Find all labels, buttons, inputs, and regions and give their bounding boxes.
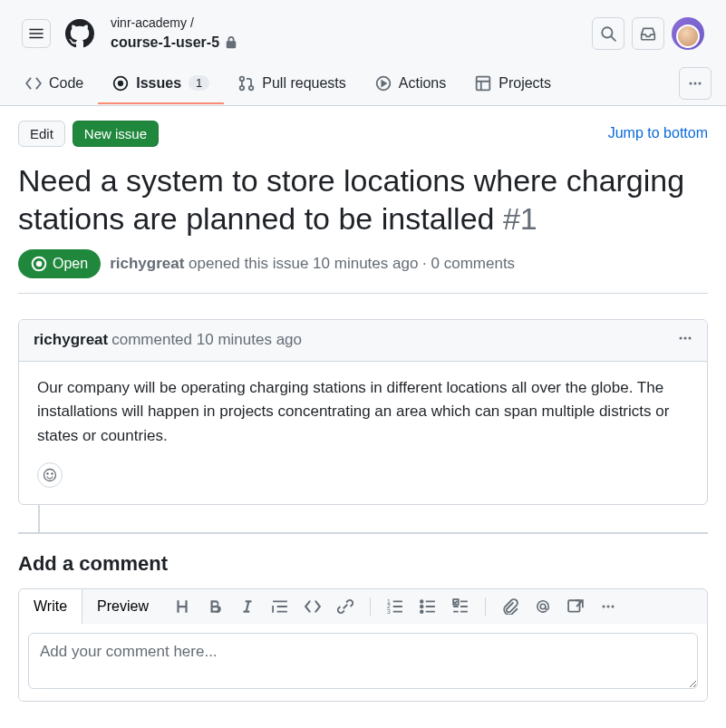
hamburger-menu-button[interactable] <box>22 19 51 48</box>
issue-opened-meta: opened this issue 10 minutes ago · 0 com… <box>189 255 515 272</box>
github-logo-icon[interactable] <box>65 19 94 48</box>
code-icon[interactable] <box>305 598 321 615</box>
crossref-icon[interactable] <box>567 598 584 615</box>
projects-icon <box>475 75 491 92</box>
status-badge: Open <box>18 249 101 278</box>
tab-code-label: Code <box>49 75 83 92</box>
svg-point-13 <box>680 336 682 339</box>
code-icon <box>25 75 42 92</box>
tab-pullrequests[interactable]: Pull requests <box>224 68 361 104</box>
svg-point-9 <box>694 82 697 84</box>
issue-title: Need a system to store locations where c… <box>18 161 708 238</box>
tab-projects-label: Projects <box>499 75 551 92</box>
mention-icon[interactable] <box>535 598 551 615</box>
svg-point-18 <box>52 473 53 474</box>
add-reaction-button[interactable] <box>37 462 63 488</box>
tab-pulls-label: Pull requests <box>262 75 346 92</box>
svg-point-4 <box>240 86 245 91</box>
pullrequest-icon <box>238 75 255 92</box>
svg-point-5 <box>249 86 254 91</box>
comment-editor: Write Preview 123 <box>18 588 708 702</box>
issue-meta: richygreat opened this issue 10 minutes … <box>110 255 515 273</box>
issue-icon <box>112 75 129 92</box>
user-avatar[interactable] <box>672 17 704 50</box>
svg-point-14 <box>684 336 687 339</box>
issue-open-icon <box>31 256 47 272</box>
svg-point-24 <box>421 610 423 613</box>
tab-issues[interactable]: Issues 1 <box>98 68 224 104</box>
tab-issues-label: Issues <box>136 75 181 92</box>
edit-button[interactable]: Edit <box>18 121 65 147</box>
svg-point-8 <box>690 82 692 84</box>
kebab-icon <box>678 331 692 345</box>
smiley-icon <box>43 468 57 482</box>
ordered-list-icon[interactable]: 123 <box>387 598 403 615</box>
issue-title-text: Need a system to store locations where c… <box>18 163 684 237</box>
tab-actions-label: Actions <box>399 75 446 92</box>
svg-point-12 <box>37 262 42 267</box>
timeline-line <box>38 505 40 532</box>
breadcrumb-repo[interactable]: course-1-user-5 <box>111 33 219 53</box>
comment-author[interactable]: richygreat <box>34 331 108 349</box>
comment-body: Our company will be operating charging s… <box>19 362 707 462</box>
issue-number: #1 <box>503 201 537 236</box>
new-issue-button[interactable]: New issue <box>73 121 159 147</box>
editor-tab-preview[interactable]: Preview <box>82 589 163 624</box>
heading-icon[interactable] <box>174 598 190 615</box>
jump-to-bottom-link[interactable]: Jump to bottom <box>608 125 708 141</box>
bold-icon[interactable] <box>207 598 223 615</box>
unordered-list-icon[interactable] <box>420 598 436 615</box>
inbox-button[interactable] <box>632 17 664 50</box>
breadcrumb: vinr-academy / course-1-user-5 <box>109 15 577 53</box>
more-tabs-button[interactable] <box>679 67 711 100</box>
svg-point-3 <box>240 77 245 82</box>
svg-point-15 <box>689 336 692 339</box>
comment-meta: commented 10 minutes ago <box>111 331 302 349</box>
breadcrumb-sep: / <box>190 15 194 30</box>
editor-toolbar: 123 <box>174 597 707 616</box>
quote-icon[interactable] <box>272 598 288 615</box>
inbox-icon <box>640 25 656 42</box>
app-header: vinr-academy / course-1-user-5 Code <box>0 0 726 106</box>
tab-projects[interactable]: Projects <box>460 68 566 104</box>
search-icon <box>600 25 616 42</box>
comment-menu-button[interactable] <box>678 331 692 350</box>
add-comment-heading: Add a comment <box>18 552 708 576</box>
svg-point-26 <box>540 604 546 609</box>
status-text: Open <box>53 256 88 272</box>
svg-rect-7 <box>477 77 490 91</box>
issue-author[interactable]: richygreat <box>110 255 184 272</box>
svg-point-23 <box>421 606 423 608</box>
search-button[interactable] <box>592 17 624 50</box>
actions-icon <box>375 75 392 92</box>
svg-point-2 <box>119 82 123 86</box>
kebab-icon <box>688 76 702 91</box>
link-icon[interactable] <box>337 598 353 615</box>
svg-point-30 <box>611 606 614 608</box>
svg-text:3: 3 <box>387 608 391 615</box>
tab-code[interactable]: Code <box>11 68 98 104</box>
attach-icon[interactable] <box>502 598 518 615</box>
svg-point-22 <box>421 600 423 603</box>
svg-point-28 <box>602 606 605 608</box>
italic-icon[interactable] <box>239 598 256 615</box>
svg-point-10 <box>699 82 702 84</box>
svg-point-16 <box>44 470 56 481</box>
hamburger-icon <box>29 26 44 41</box>
lock-icon <box>225 36 237 49</box>
svg-point-29 <box>606 606 609 608</box>
tab-actions[interactable]: Actions <box>361 68 460 104</box>
more-toolbar-icon[interactable] <box>600 598 616 615</box>
task-list-icon[interactable] <box>452 598 469 615</box>
editor-tab-write[interactable]: Write <box>19 589 82 625</box>
breadcrumb-org[interactable]: vinr-academy <box>111 15 187 30</box>
comment-textarea[interactable] <box>28 633 698 689</box>
svg-point-17 <box>47 473 48 474</box>
issues-count-badge: 1 <box>189 75 209 91</box>
comment: richygreat commented 10 minutes ago Our … <box>18 319 708 505</box>
repo-tabs: Code Issues 1 Pull requests Actions Proj… <box>0 67 726 105</box>
